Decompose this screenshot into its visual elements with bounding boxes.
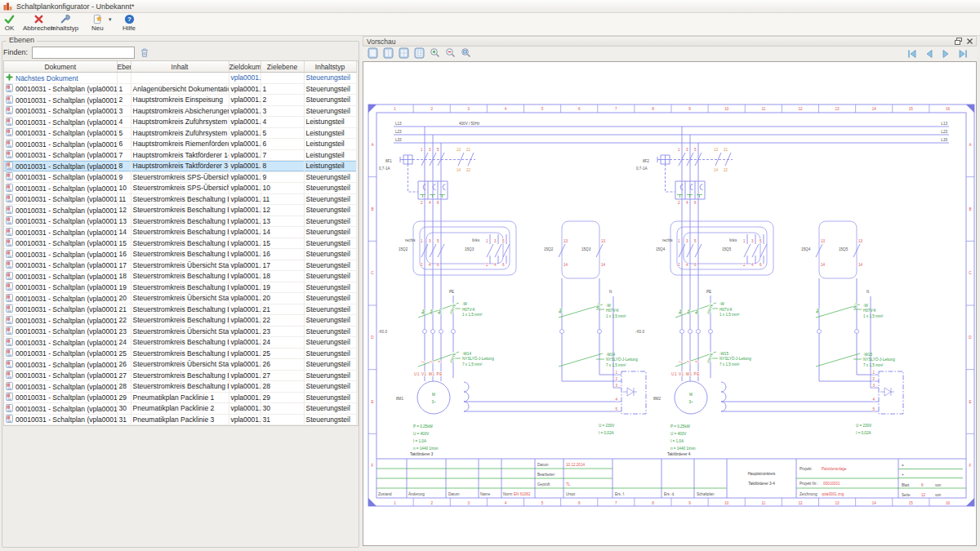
cell-dokument[interactable]: 00010031 - Schaltplan (vpla0001.zng) bbox=[4, 249, 117, 260]
cell-dokument[interactable]: 00010031 - Schaltplan (vpla0001.zng) bbox=[4, 381, 117, 393]
cell-inhaltstyp[interactable]: Steuerungsteil bbox=[304, 83, 356, 95]
cell-dokument[interactable]: 00010031 - Schaltplan (vpla0001.zng) bbox=[4, 282, 117, 293]
table-row[interactable]: 00010031 - Schaltplan (vpla0001.zng)21St… bbox=[4, 304, 356, 315]
cell-dokument[interactable]: 00010031 - Schaltplan (vpla0001.zng) bbox=[4, 370, 117, 381]
cell-inhaltstyp[interactable]: Leistungsteil bbox=[304, 139, 356, 150]
cell-ebene[interactable]: 7 bbox=[117, 149, 131, 161]
cell-zielebene[interactable]: 30 bbox=[261, 403, 304, 415]
cell-inhaltstyp[interactable]: Leistungsteil bbox=[304, 161, 356, 172]
cell-zieldokument[interactable]: vpla0001.zng bbox=[229, 216, 261, 227]
cell-dokument[interactable]: 00010031 - Schaltplan (vpla0001.zng) bbox=[4, 83, 117, 95]
cell-zielebene[interactable]: 10 bbox=[261, 183, 304, 194]
cell-zieldokument[interactable]: vpla0001.zng bbox=[229, 282, 261, 293]
cell-zielebene[interactable]: 23 bbox=[261, 326, 304, 337]
cell-ebene[interactable]: 13 bbox=[117, 216, 131, 227]
table-row[interactable]: 00010031 - Schaltplan (vpla0001.zng)29Pn… bbox=[4, 392, 356, 403]
cell-inhaltstyp[interactable]: Steuerungsteil bbox=[304, 249, 356, 260]
cell-zieldokument[interactable]: vpla0001.zng bbox=[229, 149, 261, 161]
cell-inhalt[interactable]: Steuerstromkreis Übersicht Station 5 bbox=[131, 359, 229, 371]
cell-inhaltstyp[interactable]: Steuerungsteil bbox=[304, 238, 356, 249]
cell-dokument[interactable]: 00010031 - Schaltplan (vpla0001.zng) bbox=[4, 260, 117, 271]
cell-zieldokument[interactable]: vpla0001.zng bbox=[229, 171, 261, 183]
cell-ebene[interactable]: 11 bbox=[117, 193, 131, 205]
cell-zieldokument[interactable]: vpla0001.zng bbox=[229, 392, 261, 403]
cell-zieldokument[interactable]: vpla0001.zng bbox=[229, 359, 261, 371]
cell-zielebene[interactable]: 12 bbox=[261, 205, 304, 216]
cell-ebene[interactable]: 28 bbox=[117, 381, 131, 393]
cell-zieldokument[interactable]: vpla0001.zng bbox=[229, 260, 261, 271]
cell-zielebene[interactable]: 14 bbox=[261, 227, 304, 238]
cell-zieldokument[interactable]: vpla0001.zng bbox=[229, 414, 261, 425]
cell-inhaltstyp[interactable]: Steuerungsteil bbox=[304, 425, 356, 427]
table-row[interactable]: 00010031 - Schaltplan (vpla0001.zng)32Pn… bbox=[4, 425, 356, 427]
cell-inhaltstyp[interactable]: Steuerungsteil bbox=[304, 359, 356, 371]
cell-dokument[interactable]: 00010031 - Schaltplan (vpla0001.zng) bbox=[4, 392, 117, 403]
cell-zielebene[interactable]: 5 bbox=[261, 127, 304, 139]
next-page-icon[interactable] bbox=[941, 48, 951, 60]
cell-inhaltstyp[interactable]: Steuerungsteil bbox=[304, 95, 356, 106]
cell-zielebene[interactable]: 3 bbox=[261, 105, 304, 117]
cell-ebene[interactable]: 25 bbox=[117, 348, 131, 359]
cell-dokument[interactable]: 00010031 - Schaltplan (vpla0001.zng) bbox=[4, 171, 117, 183]
cell-inhalt[interactable]: Steuerstromkreis Beschaltung Byte E128 bbox=[131, 282, 229, 293]
four-pages-icon[interactable] bbox=[399, 47, 409, 59]
cell-zielebene[interactable]: 27 bbox=[261, 370, 304, 381]
cell-dokument[interactable]: 00010031 - Schaltplan (vpla0001.zng) bbox=[4, 326, 117, 337]
cell-inhaltstyp[interactable]: Leistungsteil bbox=[304, 127, 356, 139]
col-zielebene[interactable]: Zielebene bbox=[261, 61, 304, 73]
cell-zielebene[interactable]: 29 bbox=[261, 392, 304, 403]
cell-dokument[interactable]: 00010031 - Schaltplan (vpla0001.zng) bbox=[4, 425, 117, 427]
cell-dokument[interactable]: 00010031 - Schaltplan (vpla0001.zng) bbox=[4, 403, 117, 415]
cell-ebene[interactable]: 29 bbox=[117, 392, 131, 403]
cell-zieldokument[interactable]: vpla0001.zng bbox=[229, 161, 261, 172]
cell-ebene[interactable]: 27 bbox=[117, 370, 131, 381]
new-dropdown-caret[interactable]: ▾ bbox=[109, 16, 112, 23]
cell-dokument[interactable]: 00010031 - Schaltplan (vpla0001.zng) bbox=[4, 348, 117, 359]
cell-ebene[interactable] bbox=[117, 73, 131, 84]
cell-dokument[interactable]: 00010031 - Schaltplan (vpla0001.zng) bbox=[4, 337, 117, 349]
cell-inhaltstyp[interactable]: Steuerungsteil bbox=[304, 326, 356, 337]
cell-ebene[interactable]: 15 bbox=[117, 238, 131, 249]
cell-inhalt[interactable]: Steuerstromkreis SPS-Übersicht (AG 100U) bbox=[131, 183, 229, 194]
cell-inhalt[interactable]: Hauptstromkreis Taktförderer 1-2 bbox=[131, 149, 229, 161]
cell-inhalt[interactable] bbox=[131, 73, 229, 84]
cell-dokument[interactable]: 00010031 - Schaltplan (vpla0001.zng) bbox=[4, 127, 117, 139]
cell-inhaltstyp[interactable]: Steuerungsteil bbox=[304, 392, 356, 403]
table-row[interactable]: 00010031 - Schaltplan (vpla0001.zng)20St… bbox=[4, 293, 356, 304]
table-row[interactable]: 00010031 - Schaltplan (vpla0001.zng)14St… bbox=[4, 227, 356, 238]
cell-inhaltstyp[interactable]: Steuerungsteil bbox=[304, 304, 356, 315]
cell-dokument[interactable]: 00010031 - Schaltplan (vpla0001.zng) bbox=[4, 227, 117, 238]
cell-inhalt[interactable]: Steuerstromkreis Beschaltung Byte E002 bbox=[131, 205, 229, 216]
cell-zielebene[interactable]: 28 bbox=[261, 381, 304, 393]
cell-ebene[interactable]: 30 bbox=[117, 403, 131, 415]
cell-dokument[interactable]: 00010031 - Schaltplan (vpla0001.zng) bbox=[4, 183, 117, 194]
cell-inhalt[interactable]: Pneumatikplan Packlinie 2 bbox=[131, 403, 229, 415]
first-page-icon[interactable] bbox=[906, 48, 917, 60]
col-inhaltstyp[interactable]: Inhaltstyp bbox=[304, 61, 356, 73]
cell-zieldokument[interactable]: vpla0001.zng bbox=[229, 348, 261, 359]
cell-inhalt[interactable]: Hauptstromkreis Absicherungen bbox=[131, 105, 229, 117]
cell-zielebene[interactable]: 21 bbox=[261, 304, 304, 315]
table-row[interactable]: 00010031 - Schaltplan (vpla0001.zng)7Hau… bbox=[4, 149, 356, 161]
previous-page-icon[interactable] bbox=[924, 48, 934, 60]
cell-dokument[interactable]: 00010031 - Schaltplan (vpla0001.zng) bbox=[4, 315, 117, 327]
cell-zieldokument[interactable]: vpla0001.zng bbox=[229, 205, 261, 216]
col-dokument[interactable]: Dokument bbox=[4, 61, 117, 73]
cell-dokument[interactable]: 00010031 - Schaltplan (vpla0001.zng) bbox=[4, 117, 117, 128]
cell-inhalt[interactable]: Steuerstromkreis Beschaltung Byte E001 bbox=[131, 193, 229, 205]
table-row[interactable]: Nächstes Dokumentvpla0001.zngSteuerungst… bbox=[4, 73, 356, 84]
cell-zieldokument[interactable]: vpla0001.zng bbox=[229, 293, 261, 304]
cell-inhaltstyp[interactable]: Steuerungsteil bbox=[304, 73, 356, 84]
cell-ebene[interactable]: 8 bbox=[117, 161, 131, 172]
cell-ebene[interactable]: 1 bbox=[117, 83, 131, 95]
cell-zielebene[interactable]: 2 bbox=[261, 95, 304, 106]
cell-zielebene[interactable]: 18 bbox=[261, 271, 304, 282]
cell-inhalt[interactable]: Hauptstromkreis Einspeisung bbox=[131, 95, 229, 106]
float-panel-icon[interactable] bbox=[955, 38, 962, 45]
table-row[interactable]: 00010031 - Schaltplan (vpla0001.zng)23St… bbox=[4, 326, 356, 337]
cell-zieldokument[interactable]: vpla0001.zng bbox=[229, 304, 261, 315]
cell-inhaltstyp[interactable]: Steuerungsteil bbox=[304, 348, 356, 359]
two-pages-icon[interactable] bbox=[383, 47, 394, 59]
cell-ebene[interactable]: 5 bbox=[117, 127, 131, 139]
cell-inhaltstyp[interactable]: Steuerungsteil bbox=[304, 414, 356, 425]
